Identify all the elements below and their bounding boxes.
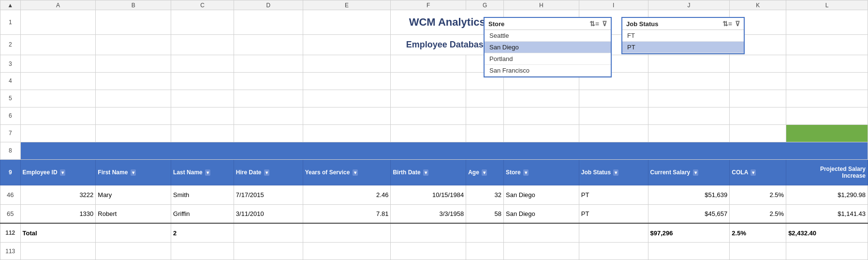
first-name-label: First Name	[98, 169, 128, 176]
header-store[interactable]: Store ▾	[504, 159, 579, 185]
header-job-status[interactable]: Job Status ▾	[579, 159, 648, 185]
slicer-store-seattle[interactable]: Seattle	[485, 30, 611, 42]
cell-first-name-65: Robert	[96, 204, 171, 223]
header-years-of-service[interactable]: Years of Service ▾	[303, 159, 391, 185]
rownum-4: 4	[0, 72, 21, 90]
row-6: 6	[0, 107, 868, 124]
projected-salary-label: Projected Salary	[820, 166, 866, 172]
store-slicer-sort-icon[interactable]: ⇅≡	[589, 20, 599, 28]
row-5: 5	[0, 90, 868, 107]
header-hire-date[interactable]: Hire Date ▾	[234, 159, 303, 185]
current-salary-dropdown[interactable]: ▾	[693, 169, 698, 176]
increase-label: Increase	[842, 172, 866, 179]
header-cola[interactable]: COLA ▾	[730, 159, 786, 185]
cell-f113	[391, 243, 466, 260]
rownum-5: 5	[0, 90, 21, 107]
cell-h6	[504, 107, 579, 124]
cell-i5	[579, 90, 648, 107]
first-name-dropdown[interactable]: ▾	[131, 169, 136, 176]
cell-e7	[303, 124, 391, 142]
cell-total-i	[579, 223, 648, 242]
cell-j4	[648, 72, 730, 90]
header-age[interactable]: Age ▾	[466, 159, 504, 185]
cell-job-status-46: PT	[579, 185, 648, 204]
cell-a113	[20, 243, 96, 260]
cell-age-46: 32	[466, 185, 504, 204]
cell-a3	[20, 55, 96, 73]
cell-c2	[171, 34, 234, 55]
cell-employee-id-65: 1330	[20, 204, 96, 223]
col-a-header[interactable]: A	[20, 0, 96, 10]
rownum-46: 46	[0, 185, 21, 204]
col-j-header[interactable]: J	[648, 0, 730, 10]
birth-date-dropdown[interactable]: ▾	[423, 169, 428, 176]
last-name-dropdown[interactable]: ▾	[205, 169, 210, 176]
job-status-slicer: Job Status ⇅≡ ⊽ FT PT	[621, 17, 745, 54]
job-status-dropdown[interactable]: ▾	[613, 169, 618, 176]
col-h-header[interactable]: H	[504, 0, 579, 10]
cell-j5	[648, 90, 730, 107]
rownum-65: 65	[0, 204, 21, 223]
hire-date-label: Hire Date	[236, 169, 262, 176]
header-current-salary[interactable]: Current Salary ▾	[648, 159, 730, 185]
job-status-slicer-sort-icon[interactable]: ⇅≡	[722, 20, 732, 28]
table-row: 65 1330 Robert Griffin 3/11/2010 7.81 3/…	[0, 204, 868, 223]
spreadsheet: ▲ A B C D E F G H I J K L 1	[0, 0, 868, 260]
header-birth-date[interactable]: Birth Date ▾	[391, 159, 466, 185]
years-of-service-dropdown[interactable]: ▾	[353, 169, 358, 176]
cell-a1	[20, 10, 96, 35]
cell-j113	[648, 243, 730, 260]
cell-j7	[648, 124, 730, 142]
hire-date-dropdown[interactable]: ▾	[264, 169, 269, 176]
col-d-header[interactable]: D	[234, 0, 303, 10]
cell-total-b	[96, 223, 171, 242]
slicer-job-status-pt[interactable]: PT	[622, 42, 744, 53]
cell-a5	[20, 90, 96, 107]
slicer-store-san-diego[interactable]: San Diego	[485, 42, 611, 53]
cell-d4	[234, 72, 303, 90]
cell-k7	[730, 124, 786, 142]
cell-a2	[20, 34, 96, 55]
cell-cola-65: 2.5%	[730, 204, 786, 223]
cell-l4	[786, 72, 868, 90]
header-first-name[interactable]: First Name ▾	[96, 159, 171, 185]
col-c-header[interactable]: C	[171, 0, 234, 10]
job-status-slicer-filter-icon[interactable]: ⊽	[735, 20, 740, 28]
cola-dropdown[interactable]: ▾	[750, 169, 756, 176]
row-4: 4	[0, 72, 868, 90]
col-k-header[interactable]: K	[730, 0, 786, 10]
age-dropdown[interactable]: ▾	[482, 169, 487, 176]
cell-age-65: 58	[466, 204, 504, 223]
current-salary-label: Current Salary	[650, 169, 691, 176]
cell-salary-46: $51,639	[648, 185, 730, 204]
slicer-store-portland[interactable]: Portland	[485, 53, 611, 65]
store-slicer-filter-icon[interactable]: ⊽	[602, 20, 607, 28]
cell-total-proj: $2,432.40	[786, 223, 868, 242]
blue-band	[20, 142, 868, 159]
col-e-header[interactable]: E	[303, 0, 391, 10]
app-title: WCM Analytics	[409, 16, 485, 28]
app-subtitle: Employee Database	[406, 40, 488, 49]
header-projected-salary[interactable]: Projected Salary Increase	[786, 159, 868, 185]
header-last-name[interactable]: Last Name ▾	[171, 159, 234, 185]
cell-f6	[391, 107, 466, 124]
cell-c5	[171, 90, 234, 107]
store-slicer-title: Store	[488, 20, 587, 28]
birth-date-label: Birth Date	[393, 169, 420, 176]
slicer-store-san-francisco[interactable]: San Francisco	[485, 65, 611, 76]
job-status-label: Job Status	[581, 169, 611, 176]
cell-salary-65: $45,657	[648, 204, 730, 223]
col-i-header[interactable]: I	[579, 0, 648, 10]
store-dropdown[interactable]: ▾	[523, 169, 529, 176]
col-g-header[interactable]: G	[466, 0, 504, 10]
header-employee-id[interactable]: Employee ID ▾	[20, 159, 96, 185]
cell-d1	[234, 10, 303, 35]
col-f-header[interactable]: F	[391, 0, 466, 10]
cell-g5	[466, 90, 504, 107]
employee-id-dropdown[interactable]: ▾	[60, 169, 65, 176]
cell-total-salary: $97,296	[648, 223, 730, 242]
slicer-job-status-ft[interactable]: FT	[622, 30, 744, 42]
col-b-header[interactable]: B	[96, 0, 171, 10]
col-l-header[interactable]: L	[786, 0, 868, 10]
cell-g113	[466, 243, 504, 260]
